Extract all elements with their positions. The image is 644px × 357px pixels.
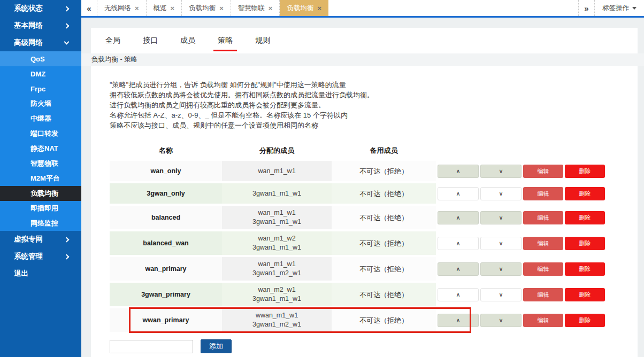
tab-负载均衡[interactable]: 负载均衡× xyxy=(280,0,328,16)
tab-close-icon[interactable]: × xyxy=(135,4,139,12)
sidebar-item-label: 系统状态 xyxy=(14,4,43,13)
delete-button[interactable]: 删除 xyxy=(565,262,605,276)
member-line: 3gwan1_m1_w1 xyxy=(252,294,301,304)
tab-bar: « 无线网络×概览×负载均衡×智慧物联×负载均衡× » 标签操作 xyxy=(81,0,644,18)
sidebar-subitem-静态NAT[interactable]: 静态NAT xyxy=(0,141,81,156)
move-up-button[interactable]: ∧ xyxy=(438,165,479,178)
tab-概览[interactable]: 概览× xyxy=(147,0,182,16)
sidebar-subitem-DMZ[interactable]: DMZ xyxy=(0,66,81,81)
sidebar-item-label: 系统管理 xyxy=(14,252,43,261)
sidebar-item-系统管理[interactable]: 系统管理 xyxy=(0,248,81,265)
move-up-button[interactable]: ∧ xyxy=(438,288,479,301)
page-tab-全局[interactable]: 全局 xyxy=(100,28,126,53)
policy-name: 3gwan_primary xyxy=(110,283,222,306)
move-down-button[interactable]: ∨ xyxy=(480,211,522,224)
move-up-button[interactable]: ∧ xyxy=(438,211,479,224)
scroll-tabs-right-button[interactable]: » xyxy=(578,0,594,16)
edit-button[interactable]: 编辑 xyxy=(523,165,563,178)
scroll-tabs-left-button[interactable]: « xyxy=(81,0,97,16)
tab-智慧物联[interactable]: 智慧物联× xyxy=(231,0,280,16)
sidebar-item-基本网络[interactable]: 基本网络 xyxy=(0,17,81,34)
row-actions: ∧∨编辑删除 xyxy=(436,308,619,332)
move-up-button[interactable]: ∧ xyxy=(438,314,479,327)
new-policy-name-input[interactable] xyxy=(110,340,193,353)
move-up-button[interactable]: ∧ xyxy=(438,237,479,250)
move-down-button[interactable]: ∨ xyxy=(480,187,522,200)
sidebar-subitem-端口转发[interactable]: 端口转发 xyxy=(0,126,81,141)
move-down-button[interactable]: ∨ xyxy=(480,262,522,276)
policy-name: 3gwan_only xyxy=(110,183,222,204)
edit-button[interactable]: 编辑 xyxy=(523,262,563,276)
tab-close-icon[interactable]: × xyxy=(317,4,321,12)
move-up-button[interactable]: ∧ xyxy=(438,187,479,200)
tab-close-icon[interactable]: × xyxy=(171,4,175,12)
row-actions: ∧∨编辑删除 xyxy=(436,257,619,281)
main-content: 全局接口成员策略规则 负载均衡 - 策略 "策略"把成员进行分组，告诉 负载均衡… xyxy=(81,18,644,357)
sidebar-subitem-网络监控[interactable]: 网络监控 xyxy=(0,216,81,231)
move-up-button[interactable]: ∧ xyxy=(438,262,479,276)
policy-backup: 不可达（拒绝） xyxy=(332,231,436,255)
add-button[interactable]: 添加 xyxy=(201,339,232,353)
delete-button[interactable]: 删除 xyxy=(565,211,605,224)
delete-button[interactable]: 删除 xyxy=(565,237,605,250)
policy-members: wan_m1_w13gwan1_m2_w1 xyxy=(222,257,332,281)
sidebar-subitem-负载均衡[interactable]: 负载均衡 xyxy=(0,186,81,201)
delete-button[interactable]: 删除 xyxy=(565,314,605,327)
sidebar-item-虚拟专网[interactable]: 虚拟专网 xyxy=(0,231,81,248)
chevron-down-icon xyxy=(64,40,70,45)
row-actions: ∧∨编辑删除 xyxy=(436,206,619,229)
table-row: 3gwan_primarywan_m2_w13gwan1_m1_w1不可达（拒绝… xyxy=(110,283,619,306)
policy-members: wan_m2_w13gwan1_m1_w1 xyxy=(222,283,332,306)
delete-button[interactable]: 删除 xyxy=(565,165,605,178)
tab-label: 负载均衡 xyxy=(287,4,313,13)
sidebar-subitem-QoS[interactable]: QoS xyxy=(0,51,81,66)
sidebar-item-系统状态[interactable]: 系统状态 xyxy=(0,0,81,17)
edit-button[interactable]: 编辑 xyxy=(523,187,563,200)
move-down-button[interactable]: ∨ xyxy=(480,288,522,301)
policy-backup: 不可达（拒绝） xyxy=(332,308,436,332)
page-tab-label: 成员 xyxy=(180,36,195,45)
move-down-button[interactable]: ∨ xyxy=(480,237,522,250)
policy-description: "策略"把成员进行分组，告诉 负载均衡 如何分配"规则"中使用这一策略的流量拥有… xyxy=(110,80,619,130)
policy-members: 3gwan1_m1_w1 xyxy=(222,183,332,204)
edit-button[interactable]: 编辑 xyxy=(523,314,563,327)
edit-button[interactable]: 编辑 xyxy=(523,211,563,224)
page-tabs: 全局接口成员策略规则 xyxy=(91,28,638,53)
sidebar-item-高级网络[interactable]: 高级网络 xyxy=(0,34,81,51)
sidebar-subitem-Frpc[interactable]: Frpc xyxy=(0,81,81,96)
tab-label: 无线网络 xyxy=(104,4,131,13)
move-down-button[interactable]: ∨ xyxy=(480,314,522,327)
table-row: wan_onlywan_m1_w1不可达（拒绝）∧∨编辑删除 xyxy=(110,161,619,181)
page-tab-成员[interactable]: 成员 xyxy=(175,28,201,53)
page-tab-规则[interactable]: 规则 xyxy=(250,28,275,53)
chevron-right-icon xyxy=(64,237,70,242)
edit-button[interactable]: 编辑 xyxy=(523,288,563,301)
sidebar-subitem-label: Frpc xyxy=(30,85,45,93)
page-tab-接口[interactable]: 接口 xyxy=(137,28,163,53)
policy-backup: 不可达（拒绝） xyxy=(332,206,436,229)
chevron-right-icon xyxy=(64,23,70,28)
tab-close-icon[interactable]: × xyxy=(269,4,273,12)
policy-name: wan_primary xyxy=(110,257,222,281)
move-down-button[interactable]: ∨ xyxy=(480,165,522,178)
tab-无线网络[interactable]: 无线网络× xyxy=(97,0,147,16)
sidebar-subitem-防火墙[interactable]: 防火墙 xyxy=(0,96,81,111)
tab-close-icon[interactable]: × xyxy=(219,4,224,12)
sidebar-item-退出[interactable]: 退出 xyxy=(0,265,81,282)
page-tab-策略[interactable]: 策略 xyxy=(212,28,238,53)
table-row: wwan_primarywwan_m1_w13gwan1_m2_w1不可达（拒绝… xyxy=(110,308,619,332)
policy-backup: 不可达（拒绝） xyxy=(332,283,436,306)
sidebar-subitem-智慧物联[interactable]: 智慧物联 xyxy=(0,156,81,171)
sidebar-subitem-中继器[interactable]: 中继器 xyxy=(0,111,81,126)
edit-button[interactable]: 编辑 xyxy=(523,237,563,250)
tab-label: 智慧物联 xyxy=(238,4,265,13)
sidebar-subitem-M2M平台[interactable]: M2M平台 xyxy=(0,171,81,186)
delete-button[interactable]: 删除 xyxy=(565,187,605,200)
tab-负载均衡[interactable]: 负载均衡× xyxy=(182,0,231,16)
sidebar-subitem-即插即用[interactable]: 即插即用 xyxy=(0,201,81,216)
tab-actions-dropdown[interactable]: 标签操作 xyxy=(594,0,644,16)
sidebar-subitem-label: 网络监控 xyxy=(30,219,58,228)
page-tab-label: 规则 xyxy=(255,36,270,45)
member-line: 3gwan1_m2_w1 xyxy=(252,269,301,278)
delete-button[interactable]: 删除 xyxy=(565,288,605,301)
